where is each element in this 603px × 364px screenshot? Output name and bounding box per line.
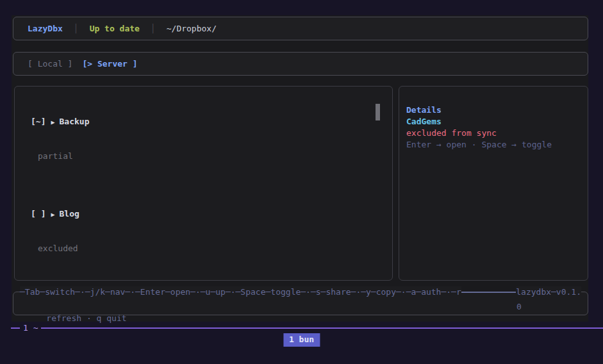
tree-item-status: excluded	[15, 243, 392, 254]
details-title: Details	[406, 104, 588, 116]
file-tree: ▶[~]▶Backup partial ▶[ ]▶Blog excluded ▶…	[15, 93, 392, 281]
window-status-badge[interactable]: 1 bun	[283, 333, 320, 347]
border-fill-line	[461, 292, 516, 293]
tree-item-status: partial	[15, 151, 392, 162]
tree-item-name-row[interactable]: ▶[ ]▶Blog	[15, 208, 392, 220]
pane-title: 1 ~	[20, 322, 41, 334]
tree-item-name-row[interactable]: ▶[~]▶Backup	[15, 116, 392, 128]
scrollbar-thumb[interactable]	[376, 104, 380, 120]
keybindings-text-wrap: refresh · q quit	[40, 313, 126, 323]
separator: │	[74, 23, 79, 35]
title-bar: LazyDbx │ Up to date │ ~/Dropbox/	[13, 17, 588, 40]
sync-status: Up to date	[90, 23, 140, 35]
file-tree-panel: ▶[~]▶Backup partial ▶[ ]▶Blog excluded ▶…	[14, 86, 393, 281]
sync-checkbox[interactable]: [~]	[31, 117, 45, 126]
app-name: LazyDbx	[28, 23, 63, 35]
tree-item[interactable]: ▶[ ]▶Blog excluded	[15, 185, 392, 277]
separator: │	[151, 23, 156, 35]
folder-name: Blog	[60, 209, 79, 219]
keybindings-bar: ─Tab─switch─·─j/k─nav─·─Enter─open─·─u─u…	[13, 292, 588, 315]
pane-line-dash	[11, 327, 20, 329]
tab-local[interactable]: [ Local ]	[28, 58, 72, 70]
tree-item[interactable]: ▶[~]▶Backup partial	[15, 93, 392, 185]
collapse-arrow-icon: ▶	[51, 211, 54, 218]
tab-server[interactable]: [> Server ]	[82, 58, 137, 70]
collapse-arrow-icon: ▶	[51, 119, 54, 126]
pane-border-line: 1 ~	[0, 324, 603, 333]
keybindings-text: ─Tab─switch─·─j/k─nav─·─Enter─open─·─u─u…	[20, 286, 461, 298]
details-panel: Details CadGems excluded from sync Enter…	[399, 86, 588, 281]
tab-bar: [ Local ] [> Server ]	[13, 52, 588, 76]
current-path: ~/Dropbox/	[167, 23, 217, 35]
app-version: lazydbx─v0.1.	[516, 286, 581, 298]
sync-checkbox[interactable]: [ ]	[31, 209, 45, 219]
pane-line-dash	[41, 327, 603, 329]
keybindings-line-1: ─Tab─switch─·─j/k─nav─·─Enter─open─·─u─u…	[20, 286, 581, 298]
tree-item[interactable]: ▶[ ]▶BoxCryptor.bc excluded	[15, 277, 392, 281]
app-version-wrap: 0	[516, 301, 522, 313]
details-item-name: CadGems	[406, 116, 588, 128]
details-key-hint: Enter → open · Space → toggle	[406, 139, 588, 151]
folder-name: Backup	[60, 117, 90, 126]
details-sync-status: excluded from sync	[406, 128, 588, 139]
